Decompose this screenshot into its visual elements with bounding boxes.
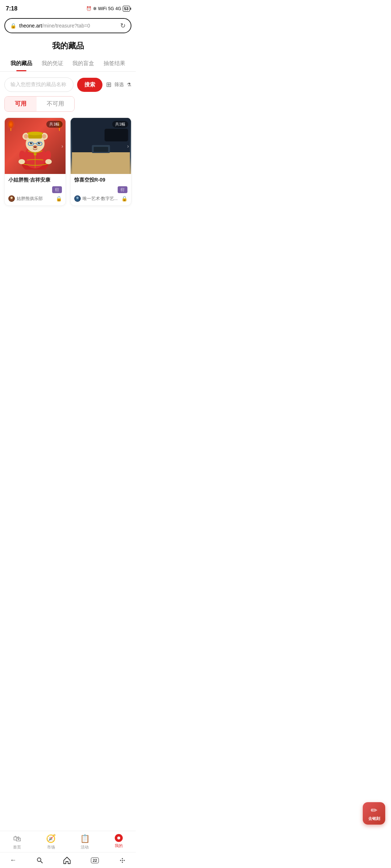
- search-bar: 输入您想查找的藏品名称 搜索 ⊞ 筛选 ⚗: [4, 77, 131, 92]
- card-art-footer: 唯一艺术·数字艺... 🔒: [74, 195, 128, 202]
- card-bear-lock-icon: 🔒: [56, 196, 62, 201]
- bluetooth-icon: ✲: [93, 6, 97, 11]
- svg-point-17: [38, 142, 40, 144]
- card-bear-author: 姑胖熊俱乐部: [8, 195, 43, 202]
- grid-view-icon[interactable]: ⊞: [106, 81, 112, 89]
- svg-point-24: [45, 159, 52, 164]
- alarm-icon: ⏰: [86, 6, 92, 11]
- svg-point-20: [34, 153, 37, 156]
- card-art-lock-icon: 🔒: [121, 196, 127, 201]
- svg-point-19: [39, 142, 40, 143]
- url-path: /mine/treasure?tab=0: [42, 23, 90, 29]
- search-input-wrapper[interactable]: 输入您想查找的藏品名称: [4, 77, 73, 92]
- search-button[interactable]: 搜索: [77, 78, 102, 92]
- status-bar: 7:18 ⏰ ✲ WiFi 5G 4G 53: [0, 0, 136, 16]
- card-art-arrow: ›: [127, 143, 129, 149]
- card-bear[interactable]: 共1幅 › 小姑胖熊·吉祥安康 衍 姑胖熊俱乐部 🔒: [4, 118, 66, 206]
- svg-point-26: [10, 199, 13, 201]
- filter-icon[interactable]: ⚗: [127, 82, 131, 88]
- svg-point-32: [76, 197, 79, 199]
- toggle-unavailable[interactable]: 不可用: [37, 97, 74, 111]
- tab-lottery-result[interactable]: 抽签结果: [99, 56, 130, 71]
- card-art[interactable]: 成交金额近2000万元 唯一艺术 闻阡永周年庆纪念空投: [70, 118, 132, 206]
- card-bear-image: 共1幅 ›: [5, 118, 66, 174]
- status-time: 7:18: [6, 5, 17, 12]
- tab-my-voucher[interactable]: 我的凭证: [37, 56, 68, 71]
- card-bear-tag-row: 衍: [8, 186, 62, 193]
- card-art-author-name: 唯一艺术·数字艺...: [83, 196, 118, 202]
- signal2-icon: 4G: [115, 6, 121, 11]
- svg-rect-30: [93, 147, 108, 152]
- svg-point-18: [31, 142, 32, 143]
- toggle-available[interactable]: 可用: [5, 97, 37, 111]
- url-bar[interactable]: 🔒 theone.art/mine/treasure?tab=0 ↻: [4, 18, 131, 33]
- svg-point-10: [27, 132, 43, 135]
- search-placeholder: 输入您想查找的藏品名称: [10, 81, 66, 88]
- battery-indicator: 53: [123, 6, 130, 12]
- card-bear-count: 共1幅: [46, 121, 62, 128]
- filter-label: 筛选: [114, 81, 124, 88]
- art-author-avatar: [74, 195, 81, 202]
- svg-rect-31: [104, 129, 128, 141]
- card-art-image: 成交金额近2000万元 唯一艺术 闻阡永周年庆纪念空投: [71, 118, 131, 174]
- lock-icon: 🔒: [10, 23, 16, 29]
- bear-author-avatar: [8, 195, 15, 202]
- card-art-body: 惊喜空投R-09 衍 唯一艺术·数字艺... 🔒: [71, 174, 131, 205]
- svg-point-33: [76, 199, 79, 201]
- wifi-icon: WiFi: [98, 6, 107, 11]
- page-title: 我的藏品: [0, 37, 136, 56]
- svg-point-15: [34, 146, 36, 148]
- svg-point-23: [18, 159, 25, 164]
- filter-toggle: 可用 不可用: [4, 96, 75, 112]
- cards-grid: 共1幅 › 小姑胖熊·吉祥安康 衍 姑胖熊俱乐部 🔒: [0, 118, 136, 213]
- card-art-tag: 衍: [118, 186, 127, 193]
- tab-my-collection[interactable]: 我的藏品: [6, 56, 37, 71]
- reload-icon[interactable]: ↻: [120, 22, 126, 30]
- svg-point-16: [30, 142, 32, 144]
- status-icons: ⏰ ✲ WiFi 5G 4G 53: [86, 6, 130, 12]
- tab-my-blindbox[interactable]: 我的盲盒: [68, 56, 99, 71]
- card-bear-arrow: ›: [62, 143, 63, 149]
- search-icons: ⊞ 筛选 ⚗: [106, 81, 131, 89]
- card-bear-name: 小姑胖熊·吉祥安康: [8, 177, 62, 183]
- card-art-tag-row: 衍: [74, 186, 128, 193]
- card-bear-author-name: 姑胖熊俱乐部: [17, 196, 43, 202]
- svg-point-25: [10, 197, 13, 199]
- signal1-icon: 5G: [108, 6, 114, 11]
- card-bear-tag: 衍: [52, 186, 62, 193]
- card-art-author: 唯一艺术·数字艺...: [74, 195, 118, 202]
- card-bear-footer: 姑胖熊俱乐部 🔒: [8, 195, 62, 202]
- url-text[interactable]: theone.art/mine/treasure?tab=0: [19, 23, 117, 29]
- svg-point-7: [24, 134, 28, 139]
- card-bear-body: 小姑胖熊·吉祥安康 衍 姑胖熊俱乐部 🔒: [5, 174, 66, 205]
- card-art-count: 共1幅: [112, 121, 128, 128]
- svg-rect-28: [72, 152, 130, 174]
- card-art-name: 惊喜空投R-09: [74, 177, 128, 183]
- url-domain: theone.art: [19, 23, 42, 29]
- tab-bar: 我的藏品 我的凭证 我的盲盒 抽签结果: [0, 56, 136, 72]
- svg-point-8: [42, 134, 46, 139]
